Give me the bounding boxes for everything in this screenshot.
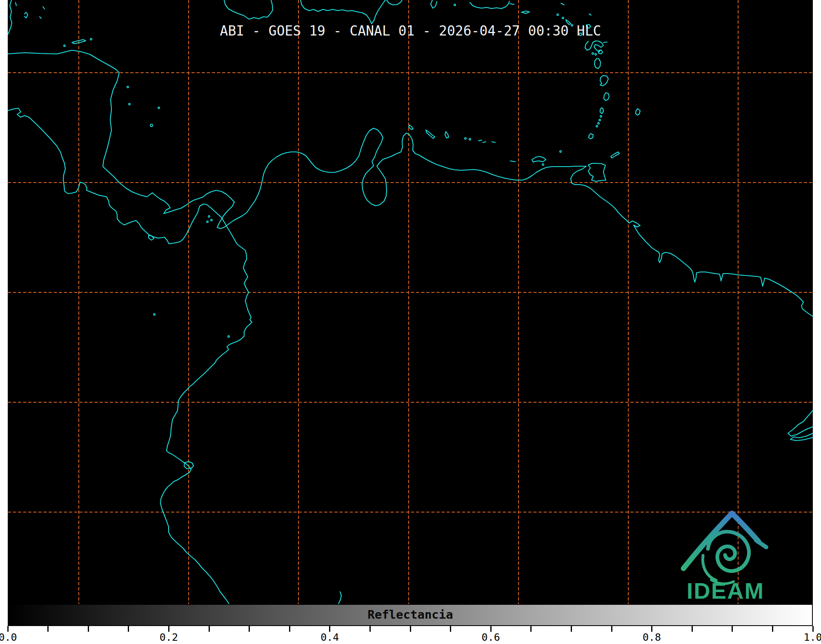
- screenshot-root: { "title": { "text": "ABI - GOES 19 - CA…: [0, 0, 821, 644]
- colorbar-tick: [128, 626, 129, 632]
- colorbar-tick: [732, 626, 733, 632]
- map-title: ABI - GOES 19 - CANAL 01 - 2026-04-27 00…: [0, 23, 821, 39]
- ideam-logo-text: IDEAM: [687, 578, 764, 604]
- coastline-desirade: [603, 42, 607, 42]
- colorbar-tick-label: 0.6: [482, 631, 500, 643]
- reflectance-colorbar: Reflectancia: [8, 604, 813, 626]
- colorbar-tick: [88, 626, 89, 632]
- colorbar-tick: [530, 626, 532, 632]
- colorbar-tick: [812, 626, 814, 632]
- colorbar-tick-label: 1.0: [803, 631, 821, 643]
- colorbar-tick: [772, 626, 773, 632]
- colorbar-tick: [329, 626, 330, 632]
- colorbar-tick: [490, 626, 492, 632]
- colorbar-tick: [47, 626, 49, 632]
- satellite-map: IDEAM ABI - GOES 19 - CANAL 01 - 2026-04…: [0, 0, 821, 604]
- colorbar-tick: [651, 626, 652, 632]
- colorbar-tick: [7, 626, 9, 632]
- colorbar-tick-label: 0.4: [320, 631, 339, 643]
- colorbar-tick: [450, 626, 451, 632]
- map-background: [8, 0, 813, 604]
- colorbar-tick: [692, 626, 693, 632]
- colorbar-tick: [571, 626, 572, 632]
- colorbar-tick: [289, 626, 290, 632]
- map-canvas: IDEAM: [0, 0, 821, 604]
- colorbar-tick: [369, 626, 371, 632]
- colorbar-tick: [410, 626, 411, 632]
- colorbar-tick-label: 0.2: [160, 631, 178, 643]
- colorbar-tick: [611, 626, 612, 632]
- colorbar-tick: [168, 626, 169, 632]
- colorbar-tick-label: 0.8: [643, 631, 661, 643]
- colorbar-tick: [249, 626, 250, 632]
- colorbar-tick-label: 0.0: [0, 631, 17, 643]
- colorbar-tick: [209, 626, 210, 632]
- colorbar-label: Reflectancia: [9, 608, 812, 622]
